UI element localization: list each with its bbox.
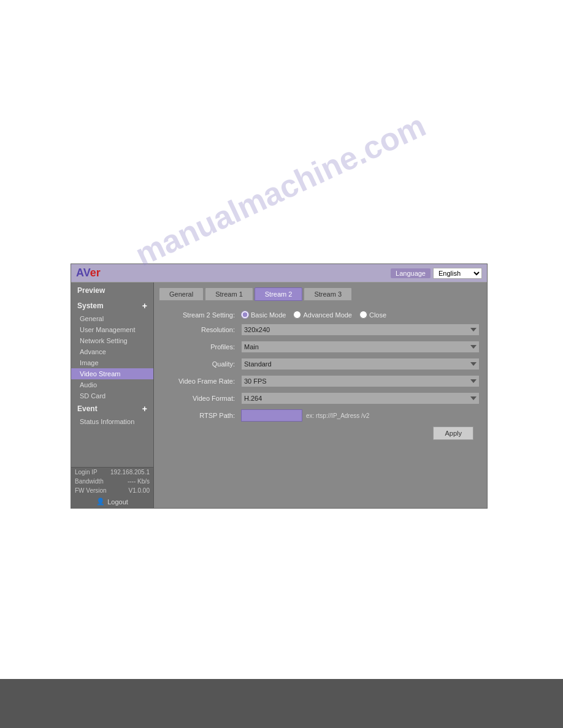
language-select[interactable]: English [433,268,482,279]
form-area: Stream 2 Setting: Basic Mode Advanced Mo… [159,307,482,503]
sidebar: Preview System + General User Management… [71,282,154,508]
sidebar-item-general[interactable]: General [71,313,153,324]
fw-version-label: FW Version [75,487,107,494]
quality-label: Quality: [161,360,241,368]
event-expand-icon: + [142,404,147,414]
logout-label: Logout [107,498,128,506]
resolution-control: 320x240 [241,324,480,336]
logout-button[interactable]: 👤 Logout [71,495,153,508]
rtsp-path-label: RTSP Path: [161,412,241,419]
login-ip-value: 192.168.205.1 [110,469,150,476]
quality-row: Quality: Standard [161,358,480,370]
main-layout: Preview System + General User Management… [71,282,487,508]
user-icon: 👤 [96,498,105,506]
resolution-label: Resolution: [161,326,241,333]
video-format-select[interactable]: H.264 [241,392,480,404]
profiles-control: Main [241,341,480,353]
rtsp-path-control: v2 ex: rtsp://IP_Adress /v2 [241,409,480,422]
rtsp-path-row: RTSP Path: v2 ex: rtsp://IP_Adress /v2 [161,409,480,422]
profiles-select[interactable]: Main [241,341,480,353]
language-area: Language English [391,268,482,279]
language-label: Language [391,268,431,278]
login-ip-row: Login IP 192.168.205.1 [71,468,153,477]
bottom-bar [0,679,563,728]
tab-stream1[interactable]: Stream 1 [205,287,253,301]
radio-basic-mode-label: Basic Mode [251,311,286,319]
tab-stream3[interactable]: Stream 3 [304,287,352,301]
apply-button[interactable]: Apply [433,427,473,440]
radio-close-label: Close [369,311,386,319]
video-frame-rate-control: 30 FPS [241,375,480,387]
radio-basic-mode-input[interactable] [241,311,249,319]
video-frame-rate-row: Video Frame Rate: 30 FPS [161,375,480,387]
tab-stream2[interactable]: Stream 2 [255,287,303,301]
radio-close[interactable]: Close [359,311,386,319]
sidebar-item-preview[interactable]: Preview [71,282,153,298]
rtsp-hint: ex: rtsp://IP_Adress /v2 [306,412,369,419]
app-container: AVer Language English Preview System + G… [71,264,488,509]
sidebar-item-advance[interactable]: Advance [71,346,153,357]
bandwidth-label: Bandwidth [75,478,104,485]
sidebar-item-sd-card[interactable]: SD Card [71,390,153,401]
apply-btn-row: Apply [161,427,480,440]
sidebar-section-system[interactable]: System + [71,298,153,313]
radio-advanced-mode-input[interactable] [293,311,301,319]
logo-area: AVer [76,267,101,279]
header-bar: AVer Language English [71,264,487,282]
sidebar-bottom: Login IP 192.168.205.1 Bandwidth ---- Kb… [71,467,153,508]
stream2-setting-row: Stream 2 Setting: Basic Mode Advanced Mo… [161,311,480,319]
login-ip-label: Login IP [75,469,98,476]
sidebar-item-user-management[interactable]: User Management [71,324,153,335]
video-frame-rate-select[interactable]: 30 FPS [241,375,480,387]
video-format-control: H.264 [241,392,480,404]
rtsp-path-input[interactable]: v2 [241,409,302,422]
video-frame-rate-label: Video Frame Rate: [161,377,241,385]
stream2-setting-label: Stream 2 Setting: [161,311,241,319]
tab-general[interactable]: General [159,287,204,301]
quality-control: Standard [241,358,480,370]
quality-select[interactable]: Standard [241,358,480,370]
radio-close-input[interactable] [359,311,367,319]
fw-version-value: V1.0.00 [129,487,150,494]
video-format-row: Video Format: H.264 [161,392,480,404]
fw-version-row: FW Version V1.0.00 [71,486,153,495]
profiles-label: Profiles: [161,343,241,351]
stream2-mode-group: Basic Mode Advanced Mode Close [241,311,480,319]
logo-er: er [90,267,101,279]
sidebar-item-video-stream[interactable]: Video Stream [71,368,153,379]
sidebar-item-status-information[interactable]: Status Information [71,416,153,427]
watermark: manualmachine.com [129,107,431,273]
radio-advanced-mode[interactable]: Advanced Mode [293,311,352,319]
logo-av: AV [76,267,90,279]
profiles-row: Profiles: Main [161,341,480,353]
tabs-bar: General Stream 1 Stream 2 Stream 3 [159,287,482,301]
logo: AVer [76,267,101,279]
radio-group-modes: Basic Mode Advanced Mode Close [241,311,386,319]
radio-basic-mode[interactable]: Basic Mode [241,311,286,319]
sidebar-event-label: Event [77,404,98,413]
sidebar-item-image[interactable]: Image [71,357,153,368]
system-expand-icon: + [142,301,147,311]
bandwidth-value: ---- Kb/s [128,478,150,485]
sidebar-system-label: System [77,301,104,310]
sidebar-item-audio[interactable]: Audio [71,379,153,390]
bandwidth-row: Bandwidth ---- Kb/s [71,477,153,486]
resolution-row: Resolution: 320x240 [161,324,480,336]
sidebar-item-network-setting[interactable]: Network Setting [71,335,153,346]
content-area: General Stream 1 Stream 2 Stream 3 Strea… [154,282,487,508]
resolution-select[interactable]: 320x240 [241,324,480,336]
sidebar-section-event[interactable]: Event + [71,401,153,416]
video-format-label: Video Format: [161,395,241,402]
radio-advanced-mode-label: Advanced Mode [303,311,352,319]
